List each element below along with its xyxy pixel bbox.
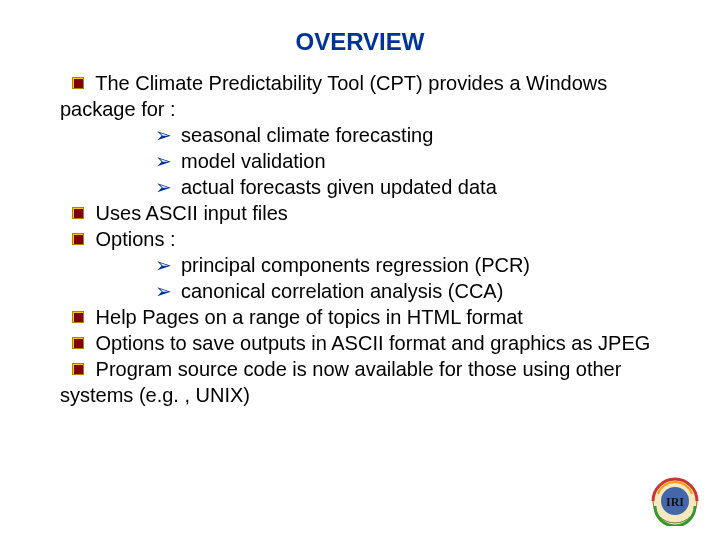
- bullet-text: The Climate Predictability Tool (CPT) pr…: [60, 72, 607, 120]
- bullet-item: Uses ASCII input files: [60, 200, 660, 226]
- logo-text: IRI: [666, 495, 684, 509]
- square-bullet-icon: [72, 207, 84, 219]
- bullet-text: Uses ASCII input files: [96, 202, 288, 224]
- slide-title: OVERVIEW: [60, 28, 660, 56]
- sub-text: seasonal climate forecasting: [181, 124, 433, 146]
- arrow-bullet-icon: ➢: [155, 252, 173, 278]
- bullet-text: Options to save outputs in ASCII format …: [96, 332, 651, 354]
- sub-item: ➢actual forecasts given updated data: [60, 174, 660, 200]
- bullet-text: Options :: [96, 228, 176, 250]
- bullet-text: Program source code is now available for…: [60, 358, 621, 406]
- sub-item: ➢canonical correlation analysis (CCA): [60, 278, 660, 304]
- square-bullet-icon: [72, 233, 84, 245]
- bullet-item: Help Pages on a range of topics in HTML …: [60, 304, 660, 330]
- sub-text: principal components regression (PCR): [181, 254, 530, 276]
- square-bullet-icon: [72, 363, 84, 375]
- bullet-item: The Climate Predictability Tool (CPT) pr…: [60, 70, 660, 122]
- square-bullet-icon: [72, 311, 84, 323]
- sub-item: ➢model validation: [60, 148, 660, 174]
- bullet-text: Help Pages on a range of topics in HTML …: [96, 306, 523, 328]
- sub-item: ➢principal components regression (PCR): [60, 252, 660, 278]
- arrow-bullet-icon: ➢: [155, 122, 173, 148]
- arrow-bullet-icon: ➢: [155, 148, 173, 174]
- sub-text: actual forecasts given updated data: [181, 176, 497, 198]
- slide-content: The Climate Predictability Tool (CPT) pr…: [60, 70, 660, 408]
- sub-text: canonical correlation analysis (CCA): [181, 280, 503, 302]
- square-bullet-icon: [72, 77, 84, 89]
- sub-text: model validation: [181, 150, 326, 172]
- square-bullet-icon: [72, 337, 84, 349]
- sub-item: ➢seasonal climate forecasting: [60, 122, 660, 148]
- arrow-bullet-icon: ➢: [155, 174, 173, 200]
- slide: OVERVIEW The Climate Predictability Tool…: [0, 0, 720, 408]
- arrow-bullet-icon: ➢: [155, 278, 173, 304]
- bullet-item: Options to save outputs in ASCII format …: [60, 330, 660, 356]
- bullet-item: Options :: [60, 226, 660, 252]
- iri-logo-icon: IRI: [650, 476, 700, 526]
- bullet-item: Program source code is now available for…: [60, 356, 660, 408]
